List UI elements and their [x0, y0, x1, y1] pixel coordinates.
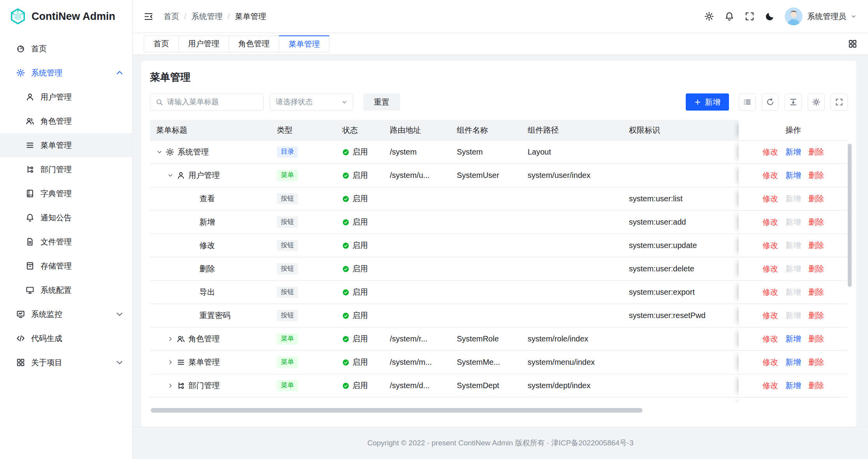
sidebar-item-user[interactable]: 用户管理: [0, 85, 132, 109]
type-tag: 按钮: [277, 216, 298, 227]
breadcrumb-item-home[interactable]: 首页: [164, 11, 179, 22]
user-menu[interactable]: 系统管理员: [785, 7, 856, 25]
edit-link[interactable]: 修改: [762, 287, 778, 297]
sidebar-item-role[interactable]: 角色管理: [0, 109, 132, 133]
delete-link[interactable]: 删除: [808, 310, 824, 321]
delete-link[interactable]: 删除: [808, 240, 824, 251]
sidebar-item-about[interactable]: 关于项目: [0, 350, 132, 375]
caret-down-icon[interactable]: [167, 172, 174, 179]
delete-link[interactable]: 删除: [808, 193, 824, 204]
status-label: 启用: [352, 193, 368, 204]
settings-icon[interactable]: [704, 12, 714, 21]
chevron-up-icon: [115, 69, 124, 77]
add-link[interactable]: 新增: [785, 334, 801, 344]
sidebar-item-notice[interactable]: 通知公告: [0, 206, 132, 230]
tab-home[interactable]: 首页: [144, 35, 179, 53]
table-row: 菜单管理菜单启用/system/m...SystemMe...system/me…: [150, 351, 848, 374]
delete-link[interactable]: 删除: [808, 217, 824, 227]
check-circle-icon: [342, 172, 349, 179]
add-link[interactable]: 新增: [785, 287, 801, 297]
edit-link[interactable]: 修改: [762, 170, 778, 181]
delete-link[interactable]: 删除: [808, 357, 824, 368]
permission-cell: system:user:add: [623, 211, 739, 234]
edit-link[interactable]: 修改: [762, 217, 778, 227]
edit-link[interactable]: 修改: [762, 264, 778, 274]
tab-menu[interactable]: 菜单管理: [279, 35, 329, 53]
breadcrumb-item-system[interactable]: 系统管理: [192, 11, 223, 22]
actions-cell: 修改新增删除: [739, 141, 848, 164]
logo-text: ContiNew Admin: [32, 11, 115, 23]
sidebar-item-dict[interactable]: 字典管理: [0, 181, 132, 206]
delete-link[interactable]: 删除: [808, 334, 824, 344]
add-link[interactable]: 新增: [785, 147, 801, 157]
column-header: 组件名称: [451, 120, 521, 140]
bell-icon[interactable]: [725, 12, 734, 21]
delete-link[interactable]: 删除: [808, 170, 824, 181]
fullscreen-icon[interactable]: [745, 12, 754, 21]
add-link[interactable]: 新增: [785, 310, 801, 321]
add-link[interactable]: 新增: [785, 264, 801, 274]
sidebar-item-menu[interactable]: 菜单管理: [0, 133, 132, 157]
edit-link[interactable]: 修改: [762, 310, 778, 321]
logo[interactable]: ContiNew Admin: [0, 0, 132, 33]
reset-button[interactable]: 重置: [363, 93, 400, 111]
delete-link[interactable]: 删除: [808, 264, 824, 274]
add-link[interactable]: 新增: [785, 217, 801, 227]
column-settings-button[interactable]: [808, 93, 825, 111]
expand-all-button[interactable]: [785, 93, 802, 111]
sidebar-item-file[interactable]: 文件管理: [0, 230, 132, 254]
caret-right-icon[interactable]: [167, 336, 174, 342]
caret-right-icon[interactable]: [167, 359, 174, 366]
edit-link[interactable]: 修改: [762, 240, 778, 251]
table-row: 用户管理菜单启用/system/u...SystemUsersystem/use…: [150, 164, 848, 187]
add-link[interactable]: 新增: [785, 380, 801, 391]
edit-link[interactable]: 修改: [762, 193, 778, 204]
refresh-button[interactable]: [762, 93, 779, 111]
horizontal-scrollbar[interactable]: [151, 408, 643, 413]
sidebar-item-system[interactable]: 系统管理: [0, 61, 132, 85]
delete-link[interactable]: 删除: [808, 287, 824, 297]
check-circle-icon: [342, 382, 349, 389]
avatar: [785, 7, 803, 25]
sidebar-item-monitor[interactable]: 系统监控: [0, 302, 132, 326]
sidebar-item-dept[interactable]: 部门管理: [0, 157, 132, 181]
sidebar-item-config[interactable]: 系统配置: [0, 278, 132, 302]
delete-link[interactable]: 删除: [808, 147, 824, 157]
add-button[interactable]: 新增: [686, 93, 729, 111]
edit-link[interactable]: 修改: [762, 334, 778, 344]
tab-user[interactable]: 用户管理: [178, 35, 229, 53]
sidebar-item-storage[interactable]: 存储管理: [0, 254, 132, 278]
tab-role[interactable]: 角色管理: [229, 35, 279, 53]
sidebar-item-home[interactable]: 首页: [0, 37, 132, 61]
list-view-button[interactable]: [739, 93, 756, 111]
add-link[interactable]: 新增: [785, 170, 801, 181]
search-icon: [156, 98, 163, 106]
actions-cell: 修改新增删除: [739, 281, 848, 304]
add-link[interactable]: 新增: [785, 193, 801, 204]
check-circle-icon: [342, 312, 349, 319]
edit-link[interactable]: 修改: [762, 357, 778, 368]
table-fullscreen-button[interactable]: [831, 93, 848, 111]
type-tag: 菜单: [277, 357, 298, 368]
add-link[interactable]: 新增: [785, 240, 801, 251]
status-cell: 启用: [336, 281, 384, 304]
delete-link[interactable]: 删除: [808, 380, 824, 391]
status-select[interactable]: 请选择状态: [270, 93, 353, 111]
vertical-scrollbar[interactable]: [848, 144, 852, 287]
add-link[interactable]: 新增: [785, 357, 801, 368]
sidebar-item-codegen[interactable]: 代码生成: [0, 326, 132, 350]
moon-icon[interactable]: [765, 12, 775, 21]
route-cell: /system/r...: [384, 327, 451, 350]
component-name-cell: SystemMe...: [451, 351, 521, 374]
apps-grid-icon[interactable]: [848, 39, 857, 48]
breadcrumb-item-menu[interactable]: 菜单管理: [235, 11, 266, 22]
caret-down-icon[interactable]: [156, 149, 163, 155]
caret-right-icon[interactable]: [167, 382, 174, 389]
edit-link[interactable]: 修改: [762, 147, 778, 157]
search-input[interactable]: [167, 98, 258, 106]
type-tag: 目录: [277, 146, 298, 157]
component-path-cell: [521, 211, 623, 234]
menu-fold-icon[interactable]: [144, 12, 153, 21]
type-cell: 目录: [271, 141, 336, 164]
edit-link[interactable]: 修改: [762, 380, 778, 391]
